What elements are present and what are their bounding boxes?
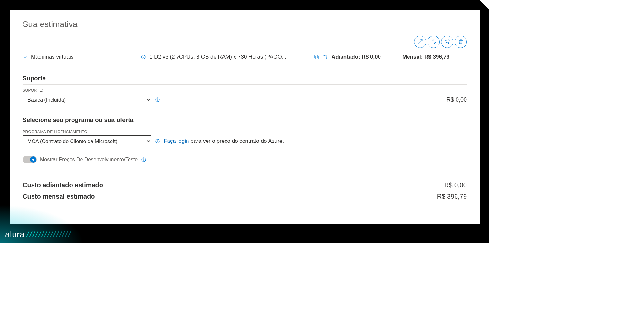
total-upfront-value: R$ 0,00 — [444, 181, 467, 189]
delete-line-icon[interactable] — [322, 54, 328, 60]
devtest-label: Mostrar Preços De Desenvolvimento/Teste — [40, 157, 138, 162]
svg-point-13 — [144, 158, 144, 159]
estimate-line-item[interactable]: Máquinas virtuais 1 D2 v3 (2 vCPUs, 8 GB… — [23, 51, 467, 64]
login-link[interactable]: Faça login — [164, 138, 189, 144]
program-heading: Selecione seu programa ou sua oferta — [23, 116, 467, 126]
devtest-toggle-row: Mostrar Preços De Desenvolvimento/Teste — [23, 156, 467, 163]
support-heading: Suporte — [23, 75, 467, 85]
watermark-brand: alura — [5, 230, 24, 240]
login-text: Faça login para ver o preço do contrato … — [164, 138, 284, 144]
watermark-stripes: /////////////// — [26, 230, 71, 240]
screenshot-frame: Sua estimativa — [0, 0, 489, 243]
watermark: alura /////////////// — [5, 230, 71, 240]
delete-estimate-button[interactable] — [455, 36, 467, 48]
total-monthly-label: Custo mensal estimado — [23, 193, 95, 200]
reorder-button[interactable] — [441, 36, 453, 48]
chevron-down-icon — [23, 54, 28, 60]
support-field-label: SUPORTE: — [23, 88, 467, 93]
collapse-icon — [431, 39, 437, 45]
shuffle-icon — [444, 39, 450, 45]
total-upfront-label: Custo adiantado estimado — [23, 181, 103, 189]
support-select[interactable]: Básica (Incluída) — [23, 94, 151, 105]
devtest-toggle[interactable] — [23, 156, 37, 163]
login-rest: para ver o preço do contrato do Azure. — [189, 138, 284, 144]
support-price: R$ 0,00 — [447, 96, 467, 103]
total-monthly-value: R$ 396,79 — [437, 193, 467, 200]
svg-point-7 — [157, 98, 158, 99]
info-icon[interactable] — [141, 157, 147, 162]
line-item-actions — [313, 54, 328, 60]
svg-point-2 — [143, 56, 143, 56]
svg-rect-3 — [315, 56, 318, 59]
service-name: Máquinas virtuais — [31, 54, 137, 60]
support-field-row: Básica (Incluída) R$ 0,00 — [23, 94, 467, 105]
totals: Custo adiantado estimado R$ 0,00 Custo m… — [23, 180, 467, 202]
trash-icon — [458, 39, 464, 45]
estimate-toolbar — [23, 36, 467, 48]
line-item-description: 1 D2 v3 (2 vCPUs, 8 GB de RAM) x 730 Hor… — [149, 54, 308, 60]
info-icon[interactable] — [140, 54, 146, 60]
estimate-panel: Sua estimativa — [10, 10, 480, 224]
program-field-label: PROGRAMA DE LICENCIAMENTO: — [23, 130, 467, 134]
page-title: Sua estimativa — [23, 19, 467, 29]
info-icon[interactable] — [155, 97, 160, 103]
line-item-upfront: Adiantado: R$ 0,00 — [332, 54, 399, 60]
program-select[interactable]: MCA (Contrato de Cliente da Microsoft) — [23, 135, 151, 147]
svg-rect-4 — [314, 55, 317, 58]
divider — [23, 172, 467, 172]
expand-button[interactable] — [414, 36, 426, 48]
expand-icon — [417, 39, 423, 45]
total-upfront-row: Custo adiantado estimado R$ 0,00 — [23, 180, 467, 191]
collapse-button[interactable] — [428, 36, 440, 48]
total-monthly-row: Custo mensal estimado R$ 396,79 — [23, 191, 467, 202]
program-field-row: MCA (Contrato de Cliente da Microsoft) F… — [23, 135, 467, 147]
line-item-monthly: Mensal: R$ 396,79 — [402, 54, 467, 60]
copy-icon[interactable] — [313, 54, 319, 60]
info-icon[interactable] — [155, 138, 160, 144]
svg-point-10 — [157, 140, 158, 140]
toggle-knob — [30, 156, 36, 163]
